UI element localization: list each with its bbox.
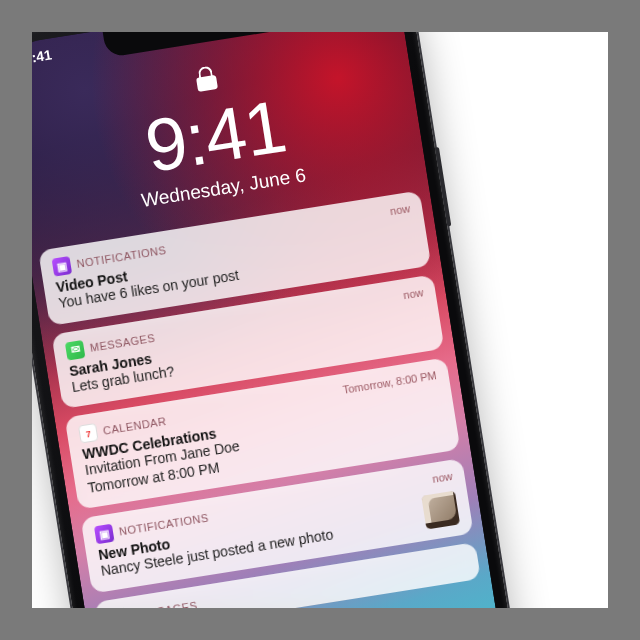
- lock-icon: [194, 65, 218, 92]
- iphone-device: 9:41 9:41 Wednesday, June 6 ▣ NOTIFICATI…: [32, 32, 521, 608]
- app-name: MESSAGES: [131, 599, 198, 608]
- notch: [102, 32, 294, 58]
- product-image: 9:41 9:41 Wednesday, June 6 ▣ NOTIFICATI…: [32, 32, 608, 608]
- calendar-icon: 7: [78, 423, 99, 444]
- status-time: 9:41: [32, 46, 53, 66]
- side-button: [435, 147, 451, 227]
- messages-icon: ✉: [107, 607, 128, 608]
- notification-list[interactable]: ▣ NOTIFICATIONS now Video Post You have …: [32, 189, 491, 608]
- attachment-thumbnail: [421, 490, 460, 529]
- lock-screen[interactable]: 9:41 9:41 Wednesday, June 6 ▣ NOTIFICATI…: [32, 32, 507, 608]
- app-icon: ▣: [94, 524, 115, 545]
- app-icon: ▣: [52, 256, 73, 277]
- messages-icon: ✉: [65, 339, 86, 360]
